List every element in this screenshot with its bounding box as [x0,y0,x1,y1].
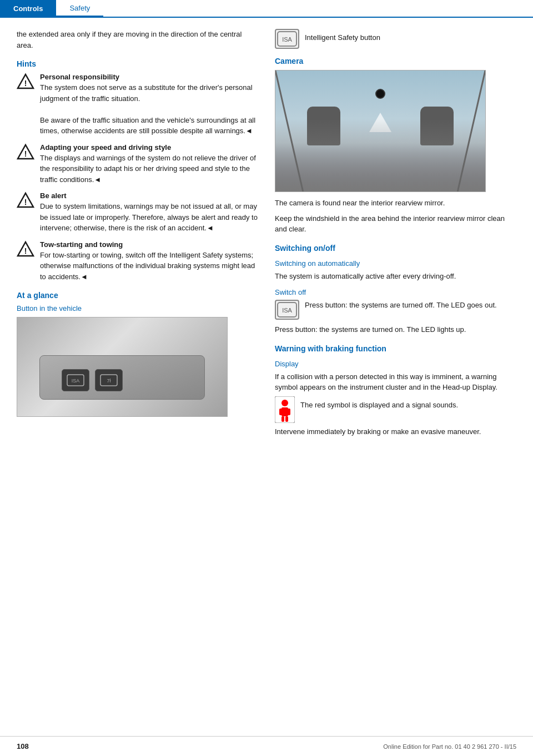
camera-text1: The camera is found near the interior re… [275,198,516,209]
tab-controls[interactable]: Controls [0,0,56,17]
svg-rect-24 [285,416,288,422]
warning-personal-title: Personal responsibility [40,73,258,81]
warning-alert-content: Be alert Due to system limitations, warn… [40,191,258,234]
switch-off-icon-box: ISA [275,300,299,320]
warning-triangle-icon-2: ! [17,143,34,161]
svg-text:7ł: 7ł [107,378,110,384]
switch-off-text2: Press button: the systems are turned on.… [275,324,516,335]
red-symbol-text: The red symbol is displayed and a signal… [300,397,458,411]
svg-text:ISA: ISA [282,36,292,43]
warning-alert-text: Due to system limitations, warnings may … [40,201,258,234]
warning-alert-title: Be alert [40,191,258,200]
svg-line-15 [457,70,485,191]
vehicle-button-image: ISA 7ł [17,317,228,417]
svg-text:!: ! [24,246,27,255]
camera-heading: Camera [275,57,516,65]
main-content: the extended area only if they are movin… [0,18,533,452]
isafety-btn-icon-2: 7ł [100,374,118,386]
footer: 108 Online Edition for Part no. 01 40 2 … [0,736,533,756]
page-number: 108 [17,742,29,750]
intelligent-safety-icon-box: ISA [275,29,299,49]
svg-point-19 [281,400,288,406]
warning-towing-content: Tow-starting and towing For tow-starting… [40,240,258,283]
intelligent-safety-row: ISA Intelligent Safety button [275,29,516,49]
display-subheading: Display [275,360,516,368]
warning-triangle-icon-1: ! [17,73,34,90]
left-column: the extended area only if they are movin… [17,29,258,441]
warning-driving-text: The displays and warnings of the system … [40,153,258,185]
switch-off-text-block: Press button: the systems are turned off… [305,300,497,311]
right-column: ISA Intelligent Safety button Camera Th [275,29,516,441]
header-tabs: Controls Safety [0,0,533,18]
camera-image [275,70,486,192]
warning-towing-text: For tow-starting or towing, switch off t… [40,250,258,283]
intelligent-safety-label: Intelligent Safety button [305,29,380,43]
camera-text2: Keep the windshield in the area behind t… [275,213,516,235]
warning-personal-responsibility: ! Personal responsibility The system doe… [17,73,258,137]
isafety-btn-icon-1: ISA [67,374,84,386]
warning-driving-title: Adapting your speed and driving style [40,143,258,152]
svg-rect-23 [281,416,284,422]
svg-rect-22 [287,409,290,415]
warning-towing: ! Tow-starting and towing For tow-starti… [17,240,258,283]
person-warning-icon-box [275,397,295,422]
warning-braking-heading: Warning with braking function [275,344,516,353]
warning-personal-content: Personal responsibility The system does … [40,73,258,137]
warning-personal-text: The system does not serve as a substi­tu… [40,82,258,137]
warning-triangle-icon-4: ! [17,240,34,258]
tab-safety[interactable]: Safety [56,0,103,17]
svg-text:!: ! [24,149,27,158]
switching-auto-text: The system is automatically active after… [275,271,516,282]
button-in-vehicle-heading: Button in the vehicle [17,304,258,313]
display-text: If a collision with a person detected in… [275,371,516,393]
warning-driving-style: ! Adapting your speed and driving style … [17,143,258,185]
switch-off-text1: Press button: the systems are turned off… [305,300,497,311]
switching-auto-subheading: Switching on automatically [275,259,516,268]
hints-heading: Hints [17,59,258,68]
switch-off-row: ISA Press button: the systems are turned… [275,300,516,320]
red-symbol-row: The red symbol is displayed and a signal… [275,397,516,422]
switching-heading: Switching on/off [275,244,516,253]
person-warning-icon [275,396,295,423]
windshield-frame [275,70,485,191]
footer-text: Online Edition for Part no. 01 40 2 961 … [383,743,516,750]
svg-line-14 [275,70,303,191]
warning-driving-content: Adapting your speed and driving style Th… [40,143,258,185]
warning-towing-title: Tow-starting and towing [40,240,258,249]
warning-triangle-icon-3: ! [17,191,34,209]
warning-alert: ! Be alert Due to system limitations, wa… [17,191,258,234]
switch-off-subheading: Switch off [275,288,516,296]
svg-text:!: ! [24,79,27,88]
intelligent-safety-icon: ISA [277,31,297,47]
svg-text:ISA: ISA [72,378,80,384]
intervene-text: Intervene immediately by braking or make… [275,426,516,437]
svg-text:!: ! [24,198,27,206]
intro-text: the extended area only if they are movin… [17,29,258,51]
svg-text:ISA: ISA [282,307,292,314]
svg-rect-21 [279,409,283,415]
at-a-glance-heading: At a glance [17,291,258,300]
switch-off-icon: ISA [277,302,297,317]
